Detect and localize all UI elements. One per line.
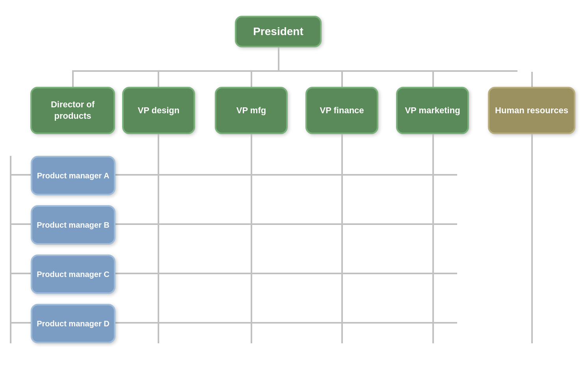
pm-b-node: Product manager B <box>31 205 115 245</box>
vp-mfg-label: VP mfg <box>236 105 266 116</box>
line-to-pm-d <box>10 322 32 324</box>
vp-finance-node: VP finance <box>305 87 378 134</box>
line-to-pm-c <box>10 273 32 274</box>
pm-a-node: Product manager A <box>31 156 115 195</box>
line-to-pm-a <box>10 174 32 176</box>
president-vertical-line <box>278 47 279 71</box>
line-to-vp-design <box>158 72 159 88</box>
grid-v-vp-finance <box>341 134 343 343</box>
line-to-vp-marketing <box>432 72 434 88</box>
vp-design-node: VP design <box>122 87 195 134</box>
line-to-pm-b <box>10 223 32 225</box>
president-node: President <box>235 16 322 47</box>
grid-h-3 <box>114 273 457 274</box>
vp-mfg-node: VP mfg <box>215 87 288 134</box>
grid-v-vp-mfg <box>251 134 252 343</box>
line-to-vp-finance <box>341 72 343 88</box>
hr-label: Human resources <box>495 105 568 116</box>
director-node: Director of products <box>30 87 115 134</box>
org-chart: President Director of products VP design… <box>0 0 588 380</box>
grid-v-vp-design <box>158 134 159 343</box>
director-label: Director of products <box>32 99 114 122</box>
pm-c-label: Product manager C <box>37 269 109 279</box>
president-label: President <box>253 25 303 38</box>
pm-d-label: Product manager D <box>37 318 109 329</box>
grid-h-1 <box>114 174 457 176</box>
pm-d-node: Product manager D <box>31 304 115 343</box>
vp-marketing-label: VP marketing <box>405 105 460 116</box>
line-to-director <box>72 72 74 88</box>
pm-a-label: Product manager A <box>37 170 110 181</box>
top-horizontal-line <box>72 70 517 72</box>
grid-v-vp-marketing <box>432 134 434 343</box>
pm-b-label: Product manager B <box>37 220 109 230</box>
vp-finance-label: VP finance <box>320 105 364 116</box>
line-to-vp-mfg <box>251 72 252 88</box>
vp-design-label: VP design <box>138 105 180 116</box>
line-to-hr <box>531 72 533 88</box>
grid-h-2 <box>114 223 457 225</box>
pm-c-node: Product manager C <box>31 255 115 294</box>
grid-h-4 <box>114 322 457 324</box>
hr-node: Human resources <box>488 87 575 134</box>
grid-v-hr <box>531 134 533 343</box>
left-vertical-bar <box>10 156 11 343</box>
vp-marketing-node: VP marketing <box>396 87 469 134</box>
